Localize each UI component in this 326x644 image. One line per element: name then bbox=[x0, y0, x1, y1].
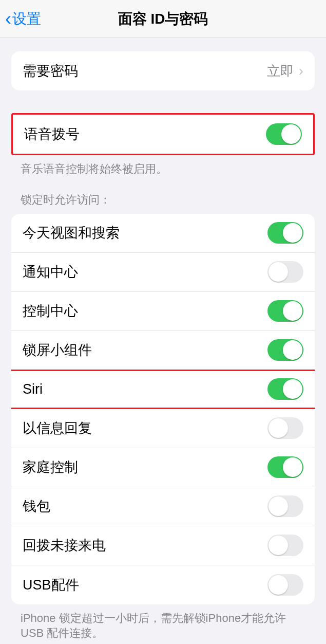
lock-access-label: USB配件 bbox=[23, 576, 267, 594]
lock-access-label: Siri bbox=[23, 381, 267, 397]
lock-access-row: 家庭控制 bbox=[11, 448, 315, 487]
lock-access-toggle[interactable] bbox=[267, 378, 303, 400]
passcode-group: 需要密码 立即 › bbox=[0, 51, 326, 90]
voice-dial-footer: 音乐语音控制将始终被启用。 bbox=[0, 155, 326, 177]
lock-access-toggle[interactable] bbox=[267, 222, 303, 244]
toggle-knob bbox=[283, 379, 302, 399]
lock-access-toggle[interactable] bbox=[267, 456, 303, 478]
content: 需要密码 立即 › 语音拨号 音乐语音控制将始终被启用。 锁定时允许访问： 今天… bbox=[0, 38, 326, 641]
lock-access-label: 今天视图和搜索 bbox=[23, 224, 267, 242]
lock-access-row: 通知中心 bbox=[11, 253, 315, 292]
lock-access-toggle[interactable] bbox=[267, 535, 303, 556]
toggle-knob bbox=[269, 418, 288, 438]
voice-dial-toggle[interactable] bbox=[266, 123, 302, 145]
lock-access-row: USB配件 bbox=[11, 565, 315, 604]
lock-access-label: 锁屏小组件 bbox=[23, 341, 267, 359]
lock-access-toggle[interactable] bbox=[267, 300, 303, 322]
toggle-knob bbox=[283, 457, 302, 477]
toggle-knob bbox=[269, 536, 288, 555]
lock-access-label: 控制中心 bbox=[23, 302, 267, 320]
lock-access-row: 锁屏小组件 bbox=[11, 331, 315, 370]
lock-access-row: 钱包 bbox=[11, 487, 315, 526]
lock-access-row: 今天视图和搜索 bbox=[11, 214, 315, 253]
require-passcode-label: 需要密码 bbox=[23, 62, 267, 80]
lock-access-label: 回拨未接来电 bbox=[23, 536, 267, 555]
lock-access-label: 通知中心 bbox=[23, 263, 267, 281]
lock-access-label: 钱包 bbox=[23, 497, 267, 516]
voice-dial-label: 语音拨号 bbox=[24, 125, 266, 143]
lock-access-toggle[interactable] bbox=[267, 261, 303, 283]
lock-access-footer: iPhone 锁定超过一小时后，需先解锁iPhone才能允许USB 配件连接。 bbox=[0, 604, 326, 641]
lock-access-label: 以信息回复 bbox=[23, 419, 267, 437]
toggle-knob bbox=[269, 262, 288, 282]
toggle-knob bbox=[283, 340, 302, 360]
lock-access-toggle[interactable] bbox=[267, 417, 303, 439]
lock-access-list: 今天视图和搜索通知中心控制中心锁屏小组件Siri以信息回复家庭控制钱包回拨未接来… bbox=[11, 214, 315, 604]
lock-access-row: 以信息回复 bbox=[11, 409, 315, 448]
require-passcode-value: 立即 bbox=[267, 62, 294, 80]
lock-access-row: 回拨未接来电 bbox=[11, 526, 315, 565]
toggle-knob bbox=[269, 575, 288, 595]
lock-access-row: Siri bbox=[11, 370, 315, 409]
lock-access-header: 锁定时允许访问： bbox=[0, 192, 326, 214]
lock-access-toggle[interactable] bbox=[267, 574, 303, 596]
toggle-knob bbox=[283, 301, 302, 321]
lock-access-toggle[interactable] bbox=[267, 339, 303, 361]
lock-access-group: 锁定时允许访问： 今天视图和搜索通知中心控制中心锁屏小组件Siri以信息回复家庭… bbox=[0, 192, 326, 641]
require-passcode-row[interactable]: 需要密码 立即 › bbox=[11, 51, 315, 90]
navbar: ‹ 设置 面容 ID与密码 bbox=[0, 0, 326, 38]
toggle-knob bbox=[281, 124, 301, 144]
lock-access-toggle[interactable] bbox=[267, 495, 303, 517]
back-label: 设置 bbox=[12, 9, 41, 29]
lock-access-label: 家庭控制 bbox=[23, 458, 267, 476]
toggle-knob bbox=[269, 496, 288, 516]
back-button[interactable]: ‹ 设置 bbox=[8, 9, 41, 29]
lock-access-row: 控制中心 bbox=[11, 292, 315, 331]
voice-dial-row: 语音拨号 bbox=[13, 115, 313, 154]
toggle-knob bbox=[283, 223, 302, 243]
chevron-left-icon: ‹ bbox=[5, 10, 11, 28]
chevron-right-icon: › bbox=[299, 63, 303, 79]
page-title: 面容 ID与密码 bbox=[118, 9, 208, 29]
voice-dial-group: 语音拨号 音乐语音控制将始终被启用。 bbox=[0, 113, 326, 177]
